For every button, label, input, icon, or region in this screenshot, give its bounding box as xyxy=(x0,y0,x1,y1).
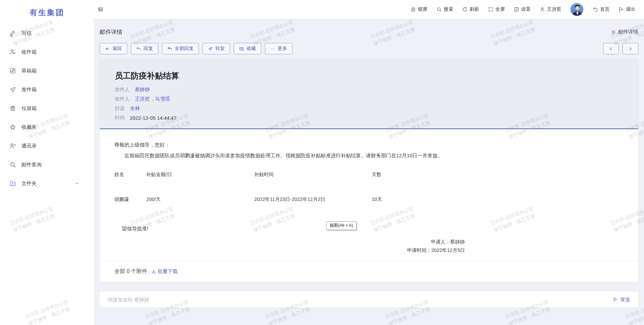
button-label: 回复 xyxy=(144,46,153,52)
sidebar-item-label: 通讯录 xyxy=(21,143,37,149)
sidebar-item-label: 收件箱 xyxy=(21,49,37,55)
home-button[interactable]: 首页 xyxy=(593,6,609,12)
sidebar-item-trash[interactable]: 垃圾箱 xyxy=(0,99,94,118)
settings-button[interactable]: 设置 xyxy=(514,6,531,12)
mail-search-icon xyxy=(9,161,16,168)
cell-days: 10天 xyxy=(372,196,412,203)
forward-icon xyxy=(208,46,213,51)
mail-body: 尊敬的上级领导，您好： 近期福田区数据团队成员胡鹏濠被抽调沙头街道参加疫情数据处… xyxy=(100,129,638,261)
apply-info: 申请人：蔡静静 申请时间：2022年12月5日 xyxy=(114,239,465,253)
next-mail-button[interactable] xyxy=(623,43,638,54)
from-value[interactable]: 蔡静静 xyxy=(135,87,150,93)
applicant-value: 蔡静静 xyxy=(450,239,465,245)
lock-icon xyxy=(411,7,416,12)
sidebar-item-sent[interactable]: 发件箱 xyxy=(0,80,94,99)
settings-label: 设置 xyxy=(521,6,531,12)
content-header: 邮件详情 邮件详情 xyxy=(100,28,638,36)
mail-paragraph: 近期福田区数据团队成员胡鹏濠被抽调沙头街道参加疫情数据处理工作。现根据防疫补贴标… xyxy=(114,152,465,159)
send-label: 发送 xyxy=(620,296,630,303)
sidebar-item-inbox[interactable]: 收件箱 xyxy=(0,43,94,61)
mail-closing: 望领导批准! xyxy=(114,226,624,232)
mail-time-row: 时间 2022-12-05 14:44:47 xyxy=(115,115,623,121)
prev-mail-button[interactable] xyxy=(603,43,619,54)
quick-send-input[interactable] xyxy=(108,297,612,303)
col-header: 补贴金额/日 xyxy=(146,171,254,178)
favorite-mail-button[interactable]: 收藏 xyxy=(234,43,261,54)
trash-icon xyxy=(9,105,16,112)
batch-download-label: 批量下载 xyxy=(158,268,178,275)
breadcrumb-label: 邮件详情 xyxy=(618,29,638,35)
home-label: 首页 xyxy=(600,6,609,12)
app-logo: 有生集团 xyxy=(0,5,94,24)
avatar-face xyxy=(575,6,580,10)
sidebar-item-favorites[interactable]: 收藏夹 xyxy=(0,118,94,137)
contacts-icon xyxy=(9,143,16,149)
sidebar-item-mail-search[interactable]: 邮件查询 xyxy=(0,155,94,174)
topbar: 锁屏 搜索 刷新 全屏 设置 xyxy=(94,0,644,19)
folder-add-icon xyxy=(9,180,16,187)
applicant-label: 申请人： xyxy=(431,239,450,245)
search-button[interactable]: 搜索 xyxy=(436,6,453,12)
download-icon xyxy=(151,269,156,274)
attachments-summary: 全部 0 个附件 xyxy=(114,268,147,275)
location-pin-icon xyxy=(611,30,616,35)
reply-all-icon xyxy=(167,46,172,51)
home-back-icon xyxy=(593,7,598,12)
cell-amount: 200/天 xyxy=(146,196,254,203)
mail-pagination xyxy=(603,43,638,54)
star-icon xyxy=(9,124,16,130)
refresh-button[interactable]: 刷新 xyxy=(462,6,479,12)
sidebar-item-label: 收藏夹 xyxy=(21,124,37,130)
sidebar-item-label: 邮件查询 xyxy=(21,162,42,168)
logout-button[interactable]: 退出 xyxy=(619,6,635,12)
refresh-icon xyxy=(462,7,468,12)
sidebar-item-compose[interactable]: 写信 xyxy=(0,24,94,43)
sidebar-item-drafts[interactable]: 草稿箱 xyxy=(0,61,94,80)
button-label: 全部回复 xyxy=(175,46,194,52)
send-button[interactable]: 发送 xyxy=(612,296,630,303)
breadcrumb: 邮件详情 xyxy=(611,29,638,35)
cell-period: 2022年11月23日-2022年12月2日 xyxy=(254,196,372,203)
send-triangle-icon xyxy=(612,297,618,302)
more-button[interactable]: 更多 xyxy=(265,43,292,54)
reply-all-button[interactable]: 全部回复 xyxy=(162,43,199,54)
app-window: 有生集团 写信 收件箱 草稿箱 发件箱 垃圾箱 xyxy=(0,0,644,325)
apply-time-row: 申请时间：2022年12月5日 xyxy=(114,248,465,253)
cc-value[interactable]: 全林 xyxy=(130,105,140,112)
batch-download-link[interactable]: 批量下载 xyxy=(151,268,178,275)
forward-button[interactable]: 转发 xyxy=(203,43,230,54)
time-label: 时间 xyxy=(115,115,125,121)
quick-send-bar: 发送 xyxy=(100,291,638,308)
button-label: 更多 xyxy=(278,46,287,52)
mail-from-row: 发件人 蔡静静 xyxy=(115,87,623,93)
mail-greeting: 尊敬的上级领导，您好： xyxy=(114,141,624,148)
table-header-row: 姓名 补贴金额/日 补贴时间 天数 xyxy=(114,171,624,178)
sidebar-item-contacts[interactable]: 通讯录 xyxy=(0,137,94,155)
mail-toolbar: 返回 回复 全部回复 转发 xyxy=(100,43,638,54)
mail-to-row: 收件人 王洪哲，马雪瑶 xyxy=(115,96,623,102)
col-header: 姓名 xyxy=(114,171,146,178)
avatar[interactable] xyxy=(570,3,584,16)
toolbar-buttons: 返回 回复 全部回复 转发 xyxy=(100,43,292,54)
sidebar-item-label: 文件夹 xyxy=(21,180,37,187)
drafts-icon xyxy=(9,67,16,74)
fullscreen-button[interactable]: 全屏 xyxy=(488,6,505,12)
subsidy-table: 姓名 补贴金额/日 补贴时间 天数 胡鹏濠 200/天 2022年11月23日-… xyxy=(114,171,624,203)
button-label: 转发 xyxy=(215,46,225,52)
lock-screen-button[interactable]: 锁屏 xyxy=(411,6,427,12)
screenshot-tooltip: 截图(Alt + A) xyxy=(326,221,357,230)
mail-cc-row: 抄送 全林 xyxy=(115,105,623,112)
back-button[interactable]: 返回 xyxy=(100,43,127,54)
logout-label: 退出 xyxy=(626,6,635,12)
reply-button[interactable]: 回复 xyxy=(131,43,158,54)
sidebar-item-folders[interactable]: 文件夹 xyxy=(0,174,94,193)
apply-time-label: 申请时间： xyxy=(407,248,432,253)
mail-header: 员工防疫补贴结算 发件人 蔡静静 收件人 王洪哲，马雪瑶 抄送 全林 时间 xyxy=(100,59,638,129)
sidebar-item-label: 垃圾箱 xyxy=(21,105,37,112)
settings-icon xyxy=(514,7,519,12)
current-user[interactable]: 王洪哲 xyxy=(540,6,561,12)
sidebar-item-label: 发件箱 xyxy=(21,87,37,93)
mail-detail-card: 员工防疫补贴结算 发件人 蔡静静 收件人 王洪哲，马雪瑶 抄送 全林 时间 xyxy=(100,59,638,282)
collapse-sidebar-icon[interactable] xyxy=(97,6,104,13)
to-value[interactable]: 王洪哲，马雪瑶 xyxy=(135,96,170,102)
